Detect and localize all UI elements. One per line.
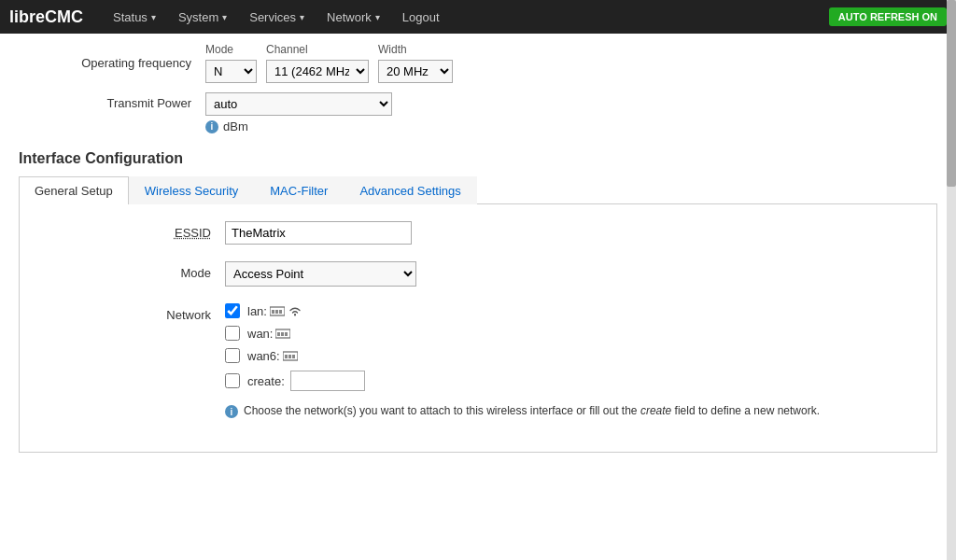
mode-header: Mode xyxy=(205,43,257,56)
nav-items: Status ▾ System ▾ Services ▾ Network ▾ L… xyxy=(102,0,829,34)
wan6-label: wan6: xyxy=(247,349,280,363)
wan6-ethernet-icon xyxy=(283,350,298,362)
wan-ethernet-icon xyxy=(275,328,290,340)
config-tabs: General Setup Wireless Security MAC-Filt… xyxy=(19,176,937,204)
svg-rect-2 xyxy=(275,310,278,314)
transmit-power-section: Transmit Power auto i dBm xyxy=(19,92,937,133)
transmit-power-select[interactable]: auto xyxy=(205,92,392,116)
svg-rect-10 xyxy=(285,355,288,358)
essid-row: ESSID xyxy=(38,221,918,245)
svg-point-4 xyxy=(294,314,296,315)
svg-rect-8 xyxy=(285,332,288,336)
chevron-down-icon: ▾ xyxy=(375,12,380,22)
create-field: create: xyxy=(247,371,365,391)
nav-services[interactable]: Services ▾ xyxy=(238,0,316,34)
tab-advanced-settings[interactable]: Advanced Settings xyxy=(344,176,476,204)
operating-frequency-section: Operating frequency Mode Channel Width N… xyxy=(19,43,937,83)
nav-logout[interactable]: Logout xyxy=(391,0,451,34)
app-brand: libreCMC xyxy=(9,7,83,27)
network-create-checkbox[interactable] xyxy=(225,373,240,388)
width-select[interactable]: 20 MHz xyxy=(378,60,453,83)
mode-select[interactable]: N xyxy=(205,60,257,83)
width-header: Width xyxy=(378,43,453,56)
svg-rect-11 xyxy=(288,355,291,358)
auto-refresh-button[interactable]: AUTO REFRESH ON xyxy=(829,7,947,26)
operating-frequency-label: Operating frequency xyxy=(19,56,205,70)
network-field-label: Network xyxy=(38,303,225,322)
transmit-power-label: Transmit Power xyxy=(19,92,205,110)
tab-general-setup[interactable]: General Setup xyxy=(19,176,129,204)
mode-control: Access Point Client Ad-Hoc Monitor xyxy=(225,261,918,287)
network-item-wan6: wan6: xyxy=(225,348,918,363)
nav-status[interactable]: Status ▾ xyxy=(102,0,167,34)
mode-row: Mode Access Point Client Ad-Hoc Monitor xyxy=(38,261,918,287)
essid-control xyxy=(225,221,918,245)
wan-label: wan: xyxy=(247,327,273,341)
power-controls: auto i dBm xyxy=(205,92,392,133)
mode-field-select[interactable]: Access Point Client Ad-Hoc Monitor xyxy=(225,261,416,287)
nav-network[interactable]: Network ▾ xyxy=(316,0,391,34)
create-network-input[interactable] xyxy=(290,371,365,391)
network-lan-checkbox[interactable] xyxy=(225,303,240,318)
essid-label: ESSID xyxy=(38,221,225,240)
network-wan6-badge: wan6: xyxy=(247,349,298,363)
frequency-controls: Mode Channel Width N 11 (2462 MHz) 20 MH… xyxy=(205,43,453,83)
svg-rect-6 xyxy=(277,332,280,336)
network-item-wan: wan: xyxy=(225,326,918,341)
network-item-create: create: xyxy=(225,371,918,391)
channel-header: Channel xyxy=(266,43,369,56)
main-content: Operating frequency Mode Channel Width N… xyxy=(0,34,956,462)
network-items-list: lan: xyxy=(225,303,918,391)
network-note: i Choose the network(s) you want to atta… xyxy=(225,404,918,418)
chevron-down-icon: ▾ xyxy=(300,12,304,22)
network-item-lan: lan: xyxy=(225,303,918,318)
network-wan6-checkbox[interactable] xyxy=(225,348,240,363)
note-info-icon: i xyxy=(225,405,238,418)
info-icon: i xyxy=(205,120,218,133)
ethernet-icon xyxy=(270,305,285,317)
svg-rect-3 xyxy=(279,310,282,314)
interface-config-section: Interface Configuration General Setup Wi… xyxy=(19,150,937,453)
svg-rect-12 xyxy=(292,355,295,358)
tab-wireless-security[interactable]: Wireless Security xyxy=(129,176,254,204)
essid-input[interactable] xyxy=(225,221,412,245)
scrollbar-thumb[interactable] xyxy=(947,0,956,187)
wifi-icon xyxy=(288,305,302,317)
dbm-label: dBm xyxy=(223,119,248,133)
chevron-down-icon: ▾ xyxy=(151,12,156,22)
interface-config-title: Interface Configuration xyxy=(19,150,937,167)
network-lan-badge: lan: xyxy=(247,304,302,318)
network-wan-checkbox[interactable] xyxy=(225,326,240,341)
mode-field-label: Mode xyxy=(38,261,225,280)
navbar: libreCMC Status ▾ System ▾ Services ▾ Ne… xyxy=(0,0,956,34)
nav-system[interactable]: System ▾ xyxy=(167,0,238,34)
svg-rect-1 xyxy=(272,310,274,314)
network-control: lan: xyxy=(225,303,918,418)
chevron-down-icon: ▾ xyxy=(222,12,227,22)
network-wan-badge: wan: xyxy=(247,327,290,341)
tab-content-general: ESSID Mode Access Point Client Ad-Hoc xyxy=(19,204,937,453)
tab-mac-filter[interactable]: MAC-Filter xyxy=(254,176,344,204)
scrollbar-track xyxy=(947,0,956,560)
channel-select[interactable]: 11 (2462 MHz) xyxy=(266,60,369,83)
lan-label: lan: xyxy=(247,304,267,318)
network-row: Network lan: xyxy=(38,303,918,418)
create-label: create: xyxy=(247,374,285,388)
svg-rect-7 xyxy=(281,332,284,336)
